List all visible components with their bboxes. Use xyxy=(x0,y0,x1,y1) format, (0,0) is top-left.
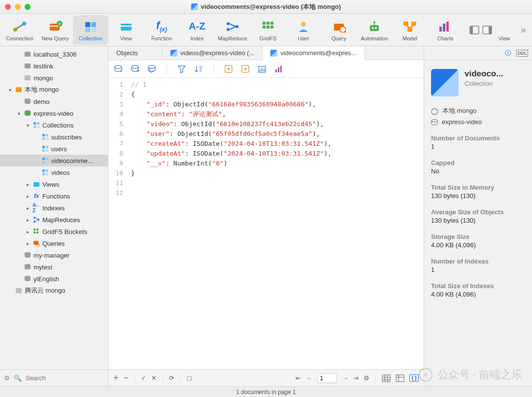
toolbar-panel-toggle[interactable] xyxy=(469,15,492,45)
tree-item[interactable]: videos xyxy=(0,166,108,178)
svg-rect-62 xyxy=(46,161,48,164)
editor-tab[interactable]: Objects xyxy=(108,46,163,60)
query-icon xyxy=(33,239,40,247)
info-panel: ⓘ DDL videoco... Collection ◯本地 mongo ex… xyxy=(424,46,532,386)
expand-arrow-icon[interactable]: ▾ xyxy=(16,111,22,116)
ddl-tab-icon[interactable]: DDL xyxy=(516,50,528,57)
run-icon[interactable] xyxy=(113,64,123,74)
refresh-button[interactable]: ⟳ xyxy=(169,374,174,382)
page-settings-icon[interactable]: ⚙ xyxy=(364,374,369,382)
export-icon[interactable] xyxy=(240,64,250,74)
page-first-button[interactable]: ⇤ xyxy=(296,374,301,382)
toolbar-user[interactable]: User xyxy=(286,15,321,45)
editor-tab[interactable]: videos@express-video (... xyxy=(163,46,263,60)
json-view-button[interactable]: { } xyxy=(409,374,419,382)
expand-arrow-icon[interactable]: ▸ xyxy=(25,229,31,234)
tree-item[interactable]: my-manager xyxy=(0,249,108,261)
toolbar-gridfs[interactable]: GridFS xyxy=(250,15,286,45)
grid-view-button[interactable] xyxy=(382,374,391,382)
sort-icon[interactable] xyxy=(194,64,203,74)
expand-arrow-icon[interactable]: ▸ xyxy=(25,241,31,246)
tree-view-button[interactable] xyxy=(396,374,404,382)
tree-item[interactable]: videocomme... xyxy=(0,155,108,166)
coll-icon xyxy=(41,168,49,176)
tree-item[interactable]: ▸fxFunctions xyxy=(0,190,108,202)
tree-item[interactable]: 腾讯云 mongo xyxy=(0,285,108,297)
toolbar-model[interactable]: Model xyxy=(392,15,428,45)
page-prev-button[interactable]: ← xyxy=(306,374,312,382)
svg-point-70 xyxy=(37,219,39,221)
toolbar-automation[interactable]: Automation xyxy=(357,15,392,45)
tree-item[interactable]: ylEnglish xyxy=(0,273,108,285)
tree-item[interactable]: ▾Collections xyxy=(0,119,108,131)
toolbar-charts[interactable]: Charts xyxy=(428,15,463,45)
toolbar-connection[interactable]: Connection xyxy=(2,15,37,45)
stop-icon[interactable] xyxy=(130,64,140,74)
expand-arrow-icon[interactable]: ▸ xyxy=(25,217,31,223)
toolbar-new-query[interactable]: + New Query xyxy=(37,15,73,45)
tree-item[interactable]: users xyxy=(0,143,108,155)
svg-rect-64 xyxy=(46,169,48,172)
tree-item[interactable]: ▾本地 mongo xyxy=(0,84,108,96)
page-input[interactable] xyxy=(317,373,337,383)
database-name: express-video xyxy=(442,118,482,126)
tree-item[interactable]: ▸Queries xyxy=(0,237,108,249)
sidebar-search-input[interactable] xyxy=(26,374,108,382)
filter-icon[interactable] xyxy=(177,64,187,74)
tree-item[interactable]: demo xyxy=(0,96,108,107)
expand-arrow-icon[interactable]: ▾ xyxy=(7,87,13,93)
tree-item[interactable]: subscribes xyxy=(0,131,108,143)
tree-item[interactable]: ▾express-video xyxy=(0,107,108,119)
svg-rect-74 xyxy=(36,232,38,233)
svg-rect-63 xyxy=(42,169,45,172)
stat-label: Number of Indexes xyxy=(431,258,525,265)
add-record-button[interactable]: + xyxy=(113,373,119,383)
analyze-icon[interactable] xyxy=(257,64,267,74)
tree-item[interactable]: ▸MapReduces xyxy=(0,214,108,226)
toolbar-query[interactable]: Query xyxy=(321,15,357,45)
stop-button[interactable]: ◻ xyxy=(187,374,192,382)
toolbar-function[interactable]: f(x) Function xyxy=(144,15,179,45)
tree-item[interactable]: ▸Views xyxy=(0,178,108,190)
editor-tab[interactable]: videocomments@expres... xyxy=(263,46,365,60)
svg-point-27 xyxy=(372,27,374,29)
import-icon[interactable] xyxy=(224,64,233,74)
tree-item[interactable]: mongo xyxy=(0,72,108,84)
toolbar-view[interactable]: View xyxy=(108,15,144,45)
svg-rect-32 xyxy=(411,22,416,26)
toolbar-overflow[interactable]: » xyxy=(517,24,530,35)
cancel-button[interactable]: ✕ xyxy=(151,374,157,382)
page-last-button[interactable]: ⇥ xyxy=(353,374,359,382)
tree-item[interactable]: mytest xyxy=(0,261,108,273)
chart-icon[interactable] xyxy=(274,64,284,74)
toolbar-view-right[interactable]: View xyxy=(492,15,517,45)
info-tab-icon[interactable]: ⓘ xyxy=(505,49,511,58)
svg-line-25 xyxy=(345,32,346,33)
tree-item[interactable]: localhost_3306 xyxy=(0,48,108,60)
expand-arrow-icon[interactable]: ▸ xyxy=(25,205,31,211)
toolbar-mapreduce[interactable]: MapReduce xyxy=(215,15,250,45)
json-editor[interactable]: 123456789101112 // 1 { "_id": ObjectId("… xyxy=(108,78,424,369)
toolbar-collection[interactable]: Collection xyxy=(73,15,108,45)
refresh-data-icon[interactable] xyxy=(147,64,157,74)
svg-rect-61 xyxy=(42,161,45,164)
commit-button[interactable]: ✓ xyxy=(141,374,146,382)
connection-tree[interactable]: localhost_3306testlinkmongo▾本地 mongodemo… xyxy=(0,46,108,369)
settings-icon[interactable]: ⚙ xyxy=(4,374,10,382)
tree-item[interactable]: ▸GridFS Buckets xyxy=(0,226,108,237)
stat-value: 130 bytes (130) xyxy=(431,192,525,199)
stat-item: Total Size of Indexes4.00 KB (4,096) xyxy=(431,282,525,298)
tree-item-label: Queries xyxy=(42,240,65,247)
collection-title: videoco... xyxy=(465,69,525,79)
tree-item[interactable]: testlink xyxy=(0,60,108,72)
stat-label: Storage Size xyxy=(431,233,525,240)
expand-arrow-icon[interactable]: ▸ xyxy=(25,182,31,187)
page-next-button[interactable]: → xyxy=(342,374,348,382)
toolbar-index[interactable]: A-Z Index xyxy=(179,15,215,45)
tree-item-label: users xyxy=(51,145,67,153)
stat-value: 4.00 KB (4,096) xyxy=(431,241,525,249)
tree-item[interactable]: ▸A-ZIndexes xyxy=(0,202,108,214)
expand-arrow-icon[interactable]: ▾ xyxy=(25,123,31,128)
expand-arrow-icon[interactable]: ▸ xyxy=(25,194,31,199)
delete-record-button[interactable]: − xyxy=(124,373,129,383)
